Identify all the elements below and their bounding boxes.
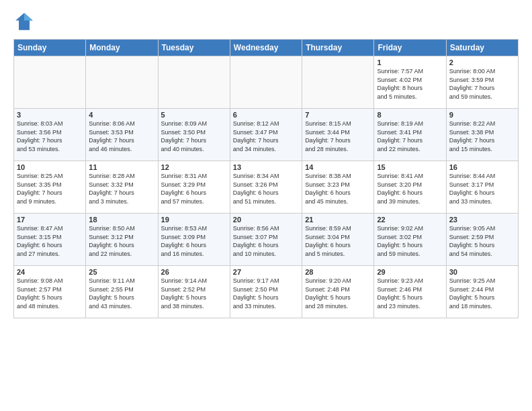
day-info: Sunrise: 9:02 AM Sunset: 3:02 PM Dayligh…	[377, 224, 443, 258]
day-number: 30	[449, 268, 515, 276]
day-info: Sunrise: 8:59 AM Sunset: 3:04 PM Dayligh…	[305, 224, 371, 258]
calendar-cell: 9Sunrise: 8:22 AM Sunset: 3:38 PM Daylig…	[446, 109, 518, 161]
calendar-cell	[230, 56, 302, 109]
svg-marker-1	[24, 13, 33, 20]
day-number: 14	[305, 163, 371, 171]
calendar-cell: 5Sunrise: 8:09 AM Sunset: 3:50 PM Daylig…	[158, 109, 230, 161]
day-info: Sunrise: 8:41 AM Sunset: 3:20 PM Dayligh…	[377, 172, 443, 205]
page: SundayMondayTuesdayWednesdayThursdayFrid…	[0, 0, 532, 325]
calendar-cell: 16Sunrise: 8:44 AM Sunset: 3:17 PM Dayli…	[446, 161, 518, 214]
logo	[13, 11, 38, 32]
day-number: 12	[161, 163, 227, 171]
calendar-cell: 23Sunrise: 9:05 AM Sunset: 2:59 PM Dayli…	[446, 214, 518, 266]
calendar-cell: 15Sunrise: 8:41 AM Sunset: 3:20 PM Dayli…	[374, 161, 446, 214]
calendar-cell: 24Sunrise: 9:08 AM Sunset: 2:57 PM Dayli…	[14, 266, 86, 318]
day-number: 7	[305, 111, 371, 119]
day-info: Sunrise: 8:38 AM Sunset: 3:23 PM Dayligh…	[305, 172, 371, 205]
day-info: Sunrise: 9:23 AM Sunset: 2:46 PM Dayligh…	[377, 277, 443, 310]
calendar-cell	[158, 56, 230, 109]
calendar-week-row: 17Sunrise: 8:47 AM Sunset: 3:15 PM Dayli…	[14, 214, 519, 266]
calendar-weekday-tuesday: Tuesday	[158, 40, 230, 56]
calendar-weekday-friday: Friday	[374, 40, 446, 56]
calendar-weekday-thursday: Thursday	[302, 40, 374, 56]
calendar-week-row: 1Sunrise: 7:57 AM Sunset: 4:02 PM Daylig…	[14, 56, 519, 109]
calendar-weekday-saturday: Saturday	[446, 40, 518, 56]
calendar-cell: 3Sunrise: 8:03 AM Sunset: 3:56 PM Daylig…	[14, 109, 86, 161]
day-number: 16	[449, 163, 515, 171]
day-number: 2	[449, 58, 515, 66]
calendar-cell: 2Sunrise: 8:00 AM Sunset: 3:59 PM Daylig…	[446, 56, 518, 109]
calendar-cell: 27Sunrise: 9:17 AM Sunset: 2:50 PM Dayli…	[230, 266, 302, 318]
day-info: Sunrise: 8:03 AM Sunset: 3:56 PM Dayligh…	[17, 120, 83, 153]
calendar-week-row: 10Sunrise: 8:25 AM Sunset: 3:35 PM Dayli…	[14, 161, 519, 214]
day-info: Sunrise: 7:57 AM Sunset: 4:02 PM Dayligh…	[377, 67, 443, 101]
calendar-cell: 28Sunrise: 9:20 AM Sunset: 2:48 PM Dayli…	[302, 266, 374, 318]
day-info: Sunrise: 8:53 AM Sunset: 3:09 PM Dayligh…	[161, 224, 227, 258]
day-info: Sunrise: 8:22 AM Sunset: 3:38 PM Dayligh…	[449, 120, 515, 153]
day-info: Sunrise: 8:19 AM Sunset: 3:41 PM Dayligh…	[377, 120, 443, 153]
day-number: 6	[233, 111, 299, 119]
day-number: 20	[233, 216, 299, 224]
day-number: 25	[89, 268, 154, 276]
day-number: 15	[377, 163, 443, 171]
day-number: 11	[89, 163, 154, 171]
day-info: Sunrise: 8:47 AM Sunset: 3:15 PM Dayligh…	[17, 224, 83, 258]
calendar-cell: 6Sunrise: 8:12 AM Sunset: 3:47 PM Daylig…	[230, 109, 302, 161]
calendar-cell: 25Sunrise: 9:11 AM Sunset: 2:55 PM Dayli…	[86, 266, 158, 318]
calendar-cell: 21Sunrise: 8:59 AM Sunset: 3:04 PM Dayli…	[302, 214, 374, 266]
day-number: 9	[449, 111, 515, 119]
day-number: 1	[377, 58, 443, 66]
calendar-weekday-wednesday: Wednesday	[230, 40, 302, 56]
day-number: 28	[305, 268, 371, 276]
day-info: Sunrise: 8:15 AM Sunset: 3:44 PM Dayligh…	[305, 120, 371, 153]
calendar-week-row: 24Sunrise: 9:08 AM Sunset: 2:57 PM Dayli…	[14, 266, 519, 318]
day-info: Sunrise: 8:34 AM Sunset: 3:26 PM Dayligh…	[233, 172, 299, 205]
day-number: 3	[17, 111, 83, 119]
calendar-cell: 4Sunrise: 8:06 AM Sunset: 3:53 PM Daylig…	[86, 109, 158, 161]
calendar-cell: 29Sunrise: 9:23 AM Sunset: 2:46 PM Dayli…	[374, 266, 446, 318]
calendar-cell: 18Sunrise: 8:50 AM Sunset: 3:12 PM Dayli…	[86, 214, 158, 266]
calendar-cell: 20Sunrise: 8:56 AM Sunset: 3:07 PM Dayli…	[230, 214, 302, 266]
calendar-cell: 7Sunrise: 8:15 AM Sunset: 3:44 PM Daylig…	[302, 109, 374, 161]
day-number: 13	[233, 163, 299, 171]
calendar-cell: 12Sunrise: 8:31 AM Sunset: 3:29 PM Dayli…	[158, 161, 230, 214]
day-number: 27	[233, 268, 299, 276]
calendar-cell: 14Sunrise: 8:38 AM Sunset: 3:23 PM Dayli…	[302, 161, 374, 214]
day-number: 10	[17, 163, 83, 171]
header	[13, 11, 519, 32]
day-number: 5	[161, 111, 227, 119]
calendar-cell: 13Sunrise: 8:34 AM Sunset: 3:26 PM Dayli…	[230, 161, 302, 214]
day-number: 21	[305, 216, 371, 224]
calendar-header-row: SundayMondayTuesdayWednesdayThursdayFrid…	[14, 40, 519, 56]
day-info: Sunrise: 8:31 AM Sunset: 3:29 PM Dayligh…	[161, 172, 227, 205]
calendar-cell	[14, 56, 86, 109]
day-number: 26	[161, 268, 227, 276]
day-info: Sunrise: 8:09 AM Sunset: 3:50 PM Dayligh…	[161, 120, 227, 153]
calendar-cell: 1Sunrise: 7:57 AM Sunset: 4:02 PM Daylig…	[374, 56, 446, 109]
calendar-cell: 30Sunrise: 9:25 AM Sunset: 2:44 PM Dayli…	[446, 266, 518, 318]
day-info: Sunrise: 9:11 AM Sunset: 2:55 PM Dayligh…	[89, 277, 154, 310]
calendar-cell	[302, 56, 374, 109]
day-number: 18	[89, 216, 154, 224]
calendar-cell: 10Sunrise: 8:25 AM Sunset: 3:35 PM Dayli…	[14, 161, 86, 214]
day-info: Sunrise: 8:12 AM Sunset: 3:47 PM Dayligh…	[233, 120, 299, 153]
calendar-table: SundayMondayTuesdayWednesdayThursdayFrid…	[13, 39, 519, 318]
day-info: Sunrise: 9:14 AM Sunset: 2:52 PM Dayligh…	[161, 277, 227, 310]
calendar-cell: 11Sunrise: 8:28 AM Sunset: 3:32 PM Dayli…	[86, 161, 158, 214]
day-info: Sunrise: 8:25 AM Sunset: 3:35 PM Dayligh…	[17, 172, 83, 205]
logo-icon	[13, 11, 35, 32]
day-info: Sunrise: 8:28 AM Sunset: 3:32 PM Dayligh…	[89, 172, 154, 205]
day-info: Sunrise: 9:20 AM Sunset: 2:48 PM Dayligh…	[305, 277, 371, 310]
day-info: Sunrise: 8:44 AM Sunset: 3:17 PM Dayligh…	[449, 172, 515, 205]
day-info: Sunrise: 9:08 AM Sunset: 2:57 PM Dayligh…	[17, 277, 83, 310]
day-number: 17	[17, 216, 83, 224]
calendar-week-row: 3Sunrise: 8:03 AM Sunset: 3:56 PM Daylig…	[14, 109, 519, 161]
calendar-weekday-monday: Monday	[86, 40, 158, 56]
day-info: Sunrise: 9:25 AM Sunset: 2:44 PM Dayligh…	[449, 277, 515, 310]
day-info: Sunrise: 8:50 AM Sunset: 3:12 PM Dayligh…	[89, 224, 154, 258]
day-number: 22	[377, 216, 443, 224]
day-info: Sunrise: 8:00 AM Sunset: 3:59 PM Dayligh…	[449, 67, 515, 101]
day-number: 8	[377, 111, 443, 119]
day-number: 24	[17, 268, 83, 276]
day-number: 4	[89, 111, 154, 119]
